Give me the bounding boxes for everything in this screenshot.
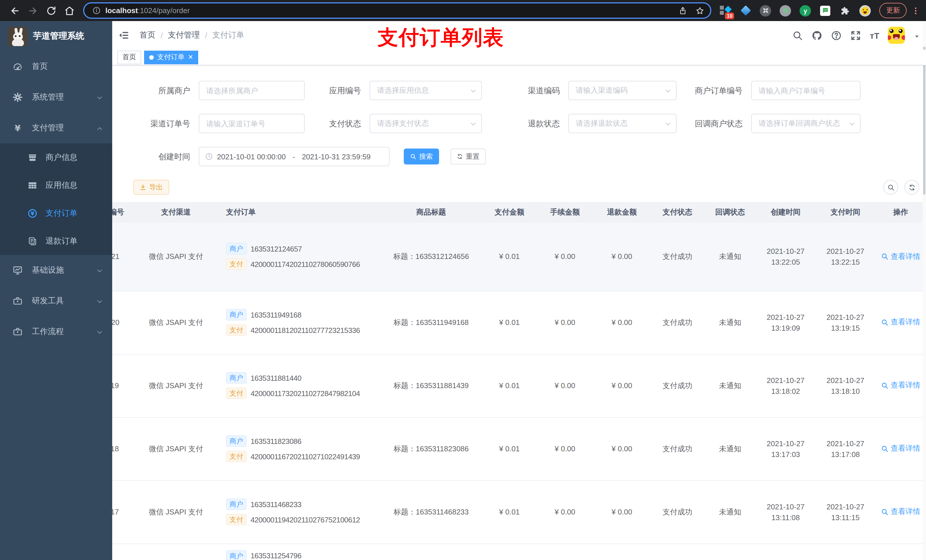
column-header: 支付渠道 <box>137 202 215 222</box>
puzzle-extension-icon[interactable] <box>839 4 851 17</box>
create-time-cell: 2021-10-2713:17:03 <box>756 417 816 480</box>
chrome-menu-icon[interactable] <box>911 6 920 15</box>
tags-view-bar: 首页 支付订单 ✕ <box>112 50 926 65</box>
help-icon[interactable] <box>831 30 842 41</box>
cell <box>536 543 593 560</box>
sidebar-item-label: 退款订单 <box>45 236 77 246</box>
table-row[interactable]: 120微信 JSAPI 支付商户1635311949168支付420000118… <box>112 291 926 354</box>
github-icon[interactable] <box>812 30 823 41</box>
search-toggle-icon[interactable] <box>883 180 898 195</box>
refund-amount-cell: ¥ 0.00 <box>593 480 651 543</box>
kite-extension-icon[interactable] <box>739 4 752 17</box>
filter-select[interactable]: 请选择订单回调商户状态 <box>751 114 861 133</box>
pay-order-cell: 商户1635311823086支付42000011672021102710224… <box>215 417 380 480</box>
close-icon[interactable]: ✕ <box>188 54 193 60</box>
sidebar-item-label: 研发工具 <box>32 296 64 306</box>
reset-button[interactable]: 重置 <box>451 148 486 165</box>
refresh-icon[interactable] <box>904 180 919 195</box>
search-icon[interactable] <box>793 30 803 41</box>
emoji-extension-icon[interactable] <box>859 4 872 17</box>
app-logo[interactable]: 芋道管理系统 <box>0 21 112 51</box>
notify-status-cell: 未通知 <box>705 480 756 543</box>
blue-diamond-extension-icon[interactable]: 10 <box>719 4 732 17</box>
order-id-cell: 121 <box>112 222 137 291</box>
view-detail-link[interactable]: 查看详情 <box>881 251 920 261</box>
command-extension-icon[interactable] <box>759 4 772 17</box>
chevron-down-icon <box>96 328 103 335</box>
export-button[interactable]: 导出 <box>133 180 169 195</box>
table-row[interactable]: 119微信 JSAPI 支付商户1635311881440支付420000117… <box>112 354 926 417</box>
monitor-icon <box>12 265 23 275</box>
refund-amount-cell: ¥ 0.00 <box>593 354 651 417</box>
filter-input[interactable] <box>751 81 861 100</box>
sidebar-item-pay-order[interactable]: ¥支付订单 <box>0 199 112 227</box>
column-header: 手续金额 <box>536 202 593 222</box>
action-cell: 查看详情 <box>875 417 926 480</box>
sidebar-item-payment[interactable]: ¥支付管理 <box>0 113 112 143</box>
tab-home[interactable]: 首页 <box>117 50 141 64</box>
pay-tag: 支付 <box>226 259 247 270</box>
view-detail-link[interactable]: 查看详情 <box>881 444 920 454</box>
table-row[interactable]: 117微信 JSAPI 支付商户1635311468233支付420000119… <box>112 480 926 543</box>
chrome-update-button[interactable]: 更新 <box>879 3 906 18</box>
back-icon[interactable] <box>9 5 21 16</box>
column-header: 回调状态 <box>705 202 756 222</box>
bookmark-star-icon[interactable] <box>695 6 705 15</box>
product-title-cell: 标题：1635312124656 <box>380 222 483 291</box>
view-detail-link[interactable]: 查看详情 <box>881 507 920 517</box>
merchant-tag: 商户 <box>226 550 247 560</box>
fullscreen-icon[interactable] <box>850 30 861 41</box>
date-range-picker[interactable]: 2021-10-01 00:00:00-2021-10-31 23:59:59 <box>199 147 390 166</box>
notify-status-cell: 未通知 <box>705 222 756 291</box>
table-header-row: 编号支付渠道支付订单商品标题支付金额手续金额退款金额支付状态回调状态创建时间支付… <box>112 202 926 222</box>
sidebar-item-dev-tools[interactable]: 研发工具 <box>0 286 112 316</box>
sidebar-item-home[interactable]: 首页 <box>0 51 112 82</box>
sidebar-item-workflow[interactable]: 工作流程 <box>0 316 112 347</box>
table-row[interactable]: 121微信 JSAPI 支付商户1635312124657支付420000117… <box>112 222 926 291</box>
tab-pay-order[interactable]: 支付订单 ✕ <box>144 50 198 64</box>
sidebar-item-app-info[interactable]: 应用信息 <box>0 171 112 199</box>
address-bar[interactable]: localhost:1024/pay/order <box>83 2 711 19</box>
reload-icon[interactable] <box>45 5 57 16</box>
view-detail-link[interactable]: 查看详情 <box>881 317 920 328</box>
pay-status-cell: 支付成功 <box>651 222 705 291</box>
font-size-icon[interactable]: ᴛT <box>870 30 879 40</box>
pay-tag: 支付 <box>226 388 247 399</box>
chat-extension-icon[interactable] <box>819 4 831 17</box>
sidebar-item-infrastructure[interactable]: 基础设施 <box>0 255 112 286</box>
caret-down-icon[interactable] <box>914 32 920 39</box>
breadcrumb-home[interactable]: 首页 <box>139 30 156 41</box>
product-title-cell: 标题：1635311949168 <box>380 291 483 354</box>
filter-label-create-time: 创建时间 <box>112 147 190 166</box>
search-button[interactable]: 搜索 <box>404 148 439 165</box>
column-header: 支付订单 <box>215 202 380 222</box>
pay-time-cell: 2021-10-2713:19:15 <box>816 291 875 354</box>
y-extension-icon[interactable]: y <box>799 4 811 17</box>
order-id-cell: 117 <box>112 480 137 543</box>
extension-badge: 10 <box>725 12 734 19</box>
page-scrollbar[interactable] <box>923 21 926 560</box>
cell <box>816 543 875 560</box>
magnifier-icon <box>410 153 416 160</box>
sidebar-item-merchant-info[interactable]: 商户信息 <box>0 143 112 171</box>
sidebar-item-system[interactable]: 系统管理 <box>0 82 112 113</box>
record-extension-icon[interactable] <box>779 4 791 17</box>
table-row[interactable]: 118微信 JSAPI 支付商户1635311823086支付420000116… <box>112 417 926 480</box>
home-icon[interactable] <box>64 5 75 16</box>
product-title-cell: 标题：1635311823086 <box>380 417 483 480</box>
avatar[interactable] <box>888 27 905 44</box>
sidebar-fold-icon[interactable] <box>119 31 129 40</box>
sidebar-item-label: 支付管理 <box>32 123 64 133</box>
share-icon[interactable] <box>678 6 687 15</box>
product-title-cell: 标题：1635311468233 <box>380 480 483 543</box>
pay-channel-cell: 微信 JSAPI 支付 <box>137 354 215 417</box>
forward-icon[interactable] <box>27 5 39 16</box>
view-detail-link[interactable]: 查看详情 <box>881 380 920 391</box>
site-info-icon[interactable] <box>92 6 101 15</box>
top-navbar: 首页 / 支付管理 / 支付订单 支付订单列表 <box>112 21 926 50</box>
breadcrumb-pay-management[interactable]: 支付管理 <box>168 30 200 41</box>
merchant-tag: 商户 <box>226 372 247 383</box>
sidebar-item-refund-order[interactable]: 退款订单 <box>0 227 112 255</box>
table-row-partial[interactable]: 商户1635311254796 <box>112 543 926 560</box>
clock-icon <box>205 152 213 160</box>
